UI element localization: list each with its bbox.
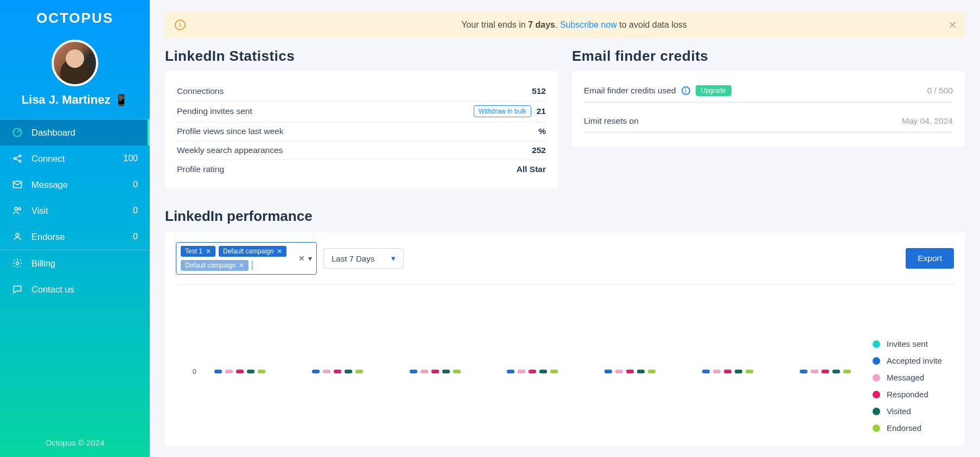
withdraw-button[interactable]: Withdraw in bulk (474, 105, 531, 117)
chip-label: Test 1 (185, 247, 202, 255)
nav-badge: 0 (133, 180, 138, 189)
chart-bar (410, 370, 417, 373)
chip-remove-icon[interactable]: ✕ (206, 247, 211, 255)
main: i Your trial ends in 7 days. Subscribe n… (150, 0, 980, 457)
export-button[interactable]: Export (906, 248, 954, 269)
chart-bar (442, 370, 450, 373)
user-name-text: Lisa J. Martinez (22, 93, 111, 107)
svg-point-1 (14, 157, 15, 159)
campaign-multiselect[interactable]: Test 1 ✕ Default campaign ✕ Default camp… (176, 242, 317, 275)
sidebar: OCTOPUS Lisa J. Martinez 📱 Dashboard Con… (0, 0, 150, 457)
profile-block: Lisa J. Martinez 📱 (0, 32, 150, 119)
alert-suffix: . (555, 20, 560, 29)
nav-label: Message (31, 180, 68, 190)
primary-nav: Dashboard Connect 100 Message 0 Visit 0 (0, 119, 150, 250)
chart-group (507, 370, 558, 373)
date-range-select[interactable]: Last 7 Days ▾ (323, 248, 404, 269)
legend-label: Messaged (887, 373, 924, 382)
legend-label: Accepted invite (887, 356, 942, 365)
legend-item[interactable]: Endorsed (873, 423, 954, 433)
legend-item[interactable]: Accepted invite (873, 356, 954, 365)
ef-progress-bar (584, 131, 953, 133)
chevron-down-icon: ▾ (391, 253, 396, 263)
chart-bar (735, 370, 742, 373)
chip-remove-icon[interactable]: ✕ (239, 262, 244, 269)
chart-bar (214, 370, 222, 373)
sidebar-footer: Octopus © 2024 (0, 430, 150, 457)
alert-message: Your trial ends in 7 days. Subscribe now… (193, 20, 955, 30)
users-icon (12, 205, 23, 216)
nav-label: Endorse (31, 232, 65, 242)
alert-days: 7 days (528, 20, 555, 29)
clear-icon[interactable]: ✕ (298, 254, 305, 263)
chart-bar (626, 370, 634, 373)
chip: Test 1 ✕ (181, 246, 215, 257)
chart-group (800, 370, 851, 373)
legend-item[interactable]: Visited (873, 407, 954, 416)
stat-value: 252 (532, 145, 546, 155)
perf-controls: Test 1 ✕ Default campaign ✕ Default camp… (176, 242, 954, 285)
gauge-icon (12, 127, 23, 138)
stat-label: Weekly search appearances (177, 145, 283, 155)
nav-endorse[interactable]: Endorse 0 (0, 224, 150, 250)
info-icon[interactable]: i (682, 86, 690, 95)
phone-icon: 📱 (114, 93, 128, 106)
chart-bar (518, 370, 525, 373)
stat-row: Profile rating All Star (177, 160, 546, 179)
stat-value-wrap: Withdraw in bulk 21 (474, 105, 546, 117)
legend-item[interactable]: Responded (873, 390, 954, 399)
multiselect-controls: ✕ ▾ (298, 254, 312, 263)
stat-label: Pending invites sent (177, 106, 252, 116)
nav-billing[interactable]: Billing (0, 250, 150, 276)
chip-label: Default campaign (223, 247, 273, 255)
perf-title: LinkedIn performance (165, 208, 965, 225)
nav-badge: 0 (133, 232, 138, 242)
close-icon[interactable]: ✕ (948, 18, 957, 31)
perf-card: Test 1 ✕ Default campaign ✕ Default camp… (165, 232, 965, 446)
nav-label: Contact us (31, 284, 74, 295)
stats-title: LinkedIn Statistics (165, 48, 558, 65)
upgrade-button[interactable]: Upgrade (696, 85, 731, 96)
brand-logo: OCTOPUS (36, 10, 113, 27)
chart-bar (334, 370, 341, 373)
chip-remove-icon[interactable]: ✕ (277, 247, 282, 255)
ef-reset-label: Limit resets on (584, 116, 639, 126)
ef-reset-row: Limit resets on May 04, 2024 (584, 113, 953, 128)
secondary-nav: Billing Contact us (0, 250, 150, 302)
ef-used-label: Email finder credits used (584, 86, 676, 96)
subscribe-link[interactable]: Subscribe now (560, 20, 617, 29)
chart-group (702, 370, 753, 373)
stats-card: Connections 512 Pending invites sent Wit… (165, 71, 558, 189)
share-icon (12, 153, 23, 164)
legend-label: Invites sent (887, 339, 928, 348)
chart-bar (822, 370, 829, 373)
nav-contact[interactable]: Contact us (0, 276, 150, 302)
stat-value: All Star (517, 164, 546, 174)
nav-connect[interactable]: Connect 100 (0, 145, 150, 172)
svg-point-3 (19, 160, 21, 162)
y-tick-label: 0 (193, 368, 196, 376)
avatar[interactable] (52, 40, 98, 86)
stat-value: % (538, 126, 546, 136)
chip: Default campaign ✕ (181, 260, 249, 271)
ef-progress-bar (584, 101, 953, 103)
chart-group (214, 370, 265, 373)
chart-bar (832, 370, 840, 373)
legend-item[interactable]: Invites sent (873, 339, 954, 348)
chart-bar (225, 370, 233, 373)
ef-reset-value: May 04, 2024 (902, 116, 953, 126)
chart-bar (724, 370, 731, 373)
nav-visit[interactable]: Visit 0 (0, 198, 150, 224)
legend-item[interactable]: Messaged (873, 373, 954, 382)
svg-point-2 (19, 155, 21, 156)
chart-bar (843, 370, 851, 373)
chevron-down-icon[interactable]: ▾ (308, 254, 312, 263)
nav-label: Billing (31, 258, 55, 269)
nav-message[interactable]: Message 0 (0, 172, 150, 198)
chart-bar (236, 370, 244, 373)
date-range-value: Last 7 Days (332, 254, 374, 263)
nav-dashboard[interactable]: Dashboard (0, 119, 150, 145)
chart-bar (604, 370, 612, 373)
nav-label: Visit (31, 206, 48, 216)
legend-dot-icon (873, 408, 880, 415)
